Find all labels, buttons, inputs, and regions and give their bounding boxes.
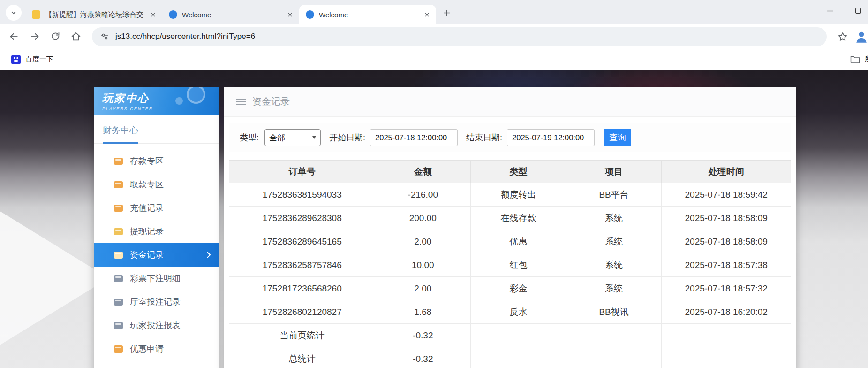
minimize-button[interactable] bbox=[824, 5, 836, 17]
tab-title: 【新提醒】海燕策略论坛综合交 bbox=[45, 10, 143, 19]
sidebar-item-lottery-bet-details[interactable]: 彩票下注明细 bbox=[94, 267, 219, 290]
profile-avatar[interactable] bbox=[854, 29, 868, 44]
bookmarks-right: 所 bbox=[845, 49, 868, 70]
start-date-input[interactable] bbox=[370, 129, 458, 146]
query-button[interactable]: 查询 bbox=[604, 129, 631, 146]
tab-close-icon[interactable] bbox=[148, 10, 158, 19]
hamburger-icon bbox=[236, 99, 246, 105]
table-cell: 反水 bbox=[471, 300, 566, 324]
bookmark-star-button[interactable] bbox=[833, 27, 852, 46]
funds-records-icon bbox=[114, 252, 123, 259]
table-cell: 2025-07-18 18:58:09 bbox=[662, 207, 791, 230]
url-bar[interactable]: js13.cc/hhcp/usercenter.html?iniType=6 bbox=[92, 27, 827, 46]
column-header: 金额 bbox=[375, 161, 471, 183]
browser-tab-1[interactable]: 【新提醒】海燕策略论坛综合交 bbox=[25, 5, 162, 24]
lottery-bet-details-icon bbox=[114, 275, 123, 282]
tab-close-icon[interactable] bbox=[422, 10, 431, 19]
sidebar-item-withdrawal-records[interactable]: 提现记录 bbox=[94, 220, 219, 243]
table-cell bbox=[662, 347, 791, 368]
home-button[interactable] bbox=[67, 27, 85, 46]
table-cell: 当前页统计 bbox=[229, 324, 375, 347]
table-cell: 2025-07-18 18:58:09 bbox=[662, 230, 791, 253]
table-cell: -216.00 bbox=[375, 183, 471, 207]
panel-header: 资金记录 bbox=[224, 87, 796, 117]
sidebar-item-label: 厅室投注记录 bbox=[130, 296, 181, 307]
refresh-button[interactable] bbox=[46, 27, 65, 46]
sidebar-item-deposit-zone[interactable]: 存款专区 bbox=[94, 149, 219, 173]
table-cell bbox=[566, 347, 662, 368]
person-icon bbox=[854, 30, 868, 44]
table-cell: 系统 bbox=[566, 230, 662, 253]
filter-bar: 类型: 全部 开始日期: 结束日期: 查询 bbox=[229, 123, 791, 152]
table-row: 17528268021208271.68反水BB视讯2025-07-18 16:… bbox=[229, 300, 791, 324]
table-body: 1752836381594033-216.00额度转出BB平台2025-07-1… bbox=[229, 183, 791, 368]
browser-tab-3[interactable]: Welcome bbox=[299, 5, 436, 24]
table-row: 17528362896451652.00优惠系统2025-07-18 18:58… bbox=[229, 230, 791, 253]
table-header-row: 订单号金额类型项目处理时间 bbox=[229, 161, 791, 183]
table-cell bbox=[471, 347, 566, 368]
table-cell: 2025-07-18 18:57:38 bbox=[662, 253, 791, 277]
table-cell: 1752836258757846 bbox=[229, 253, 375, 277]
end-date-input[interactable] bbox=[507, 129, 595, 146]
table-cell: 2025-07-18 18:59:42 bbox=[662, 183, 791, 207]
star-icon bbox=[837, 31, 848, 42]
sidebar-item-funds-records[interactable]: 资金记录 bbox=[94, 243, 219, 267]
table-cell: 总统计 bbox=[229, 347, 375, 368]
browser-tab-2[interactable]: Welcome bbox=[162, 5, 299, 24]
table-cell bbox=[471, 324, 566, 347]
tab-close-icon[interactable] bbox=[285, 10, 294, 19]
end-date-label: 结束日期: bbox=[466, 132, 502, 143]
type-label: 类型: bbox=[240, 132, 259, 143]
folder-icon[interactable] bbox=[850, 55, 860, 63]
table-cell: 优惠 bbox=[471, 230, 566, 253]
table-cell: 1752826802120827 bbox=[229, 300, 375, 324]
sidebar-item-player-bet-report[interactable]: 玩家投注报表 bbox=[94, 314, 219, 337]
sidebar-item-label: 充值记录 bbox=[130, 202, 164, 214]
page-title: 资金记录 bbox=[252, 95, 290, 108]
sidebar-item-promo-apply[interactable]: 优惠申请 bbox=[94, 337, 219, 360]
chevron-down-icon bbox=[10, 9, 17, 16]
back-button[interactable] bbox=[5, 27, 23, 46]
plus-icon bbox=[443, 9, 450, 16]
table-cell: 彩金 bbox=[471, 277, 566, 300]
bookmark-label: 百度一下 bbox=[25, 55, 53, 64]
table-cell: 2.00 bbox=[375, 230, 471, 253]
column-header: 订单号 bbox=[229, 161, 375, 183]
sidebar-item-recharge-records[interactable]: 充值记录 bbox=[94, 196, 219, 220]
bubble-decoration bbox=[175, 97, 183, 105]
sidebar-item-withdraw-zone[interactable]: 取款专区 bbox=[94, 173, 219, 196]
table-row: 1752836381594033-216.00额度转出BB平台2025-07-1… bbox=[229, 183, 791, 207]
hall-bet-records-icon bbox=[114, 299, 123, 306]
table-cell: -0.32 bbox=[375, 347, 471, 368]
sidebar: 玩家中心 PLAYERS CENTER 财务中心 存款专区 bbox=[94, 87, 219, 368]
tab-favicon bbox=[169, 10, 177, 19]
nav-bar: js13.cc/hhcp/usercenter.html?iniType=6 bbox=[0, 24, 868, 49]
tab-title: Welcome bbox=[319, 11, 417, 19]
table-cell: 1752836289628308 bbox=[229, 207, 375, 230]
page-background: 玩家中心 PLAYERS CENTER 财务中心 存款专区 bbox=[0, 70, 868, 368]
table-row: 175283625875784610.00红包系统2025-07-18 18:5… bbox=[229, 253, 791, 277]
home-icon bbox=[70, 31, 82, 43]
sidebar-item-label: 存款专区 bbox=[130, 155, 164, 167]
table-cell: 1752836381594033 bbox=[229, 183, 375, 207]
recharge-records-icon bbox=[114, 205, 123, 212]
table-cell: 2025-07-18 16:20:02 bbox=[662, 300, 791, 324]
type-select[interactable]: 全部 bbox=[264, 129, 321, 146]
deposit-zone-icon bbox=[114, 158, 123, 165]
sidebar-menu: 存款专区 取款专区 充值记录 bbox=[94, 144, 219, 360]
tab-search-button[interactable] bbox=[6, 5, 22, 21]
table-row: 17528172365682602.00彩金系统2025-07-18 18:57… bbox=[229, 277, 791, 300]
forward-button[interactable] bbox=[25, 27, 44, 46]
new-tab-button[interactable] bbox=[439, 5, 454, 20]
tab-favicon bbox=[32, 10, 40, 19]
maximize-button[interactable] bbox=[852, 5, 864, 17]
table-cell: 1752817236568260 bbox=[229, 277, 375, 300]
sidebar-item-hall-bet-records[interactable]: 厅室投注记录 bbox=[94, 290, 219, 314]
column-header: 项目 bbox=[566, 161, 662, 183]
bookmark-baidu[interactable]: 百度一下 bbox=[8, 53, 57, 66]
chevron-right-icon bbox=[206, 251, 211, 259]
table-cell: 1752836289645165 bbox=[229, 230, 375, 253]
records-table: 订单号金额类型项目处理时间 1752836381594033-216.00额度转… bbox=[229, 160, 791, 368]
table-cell: BB平台 bbox=[566, 183, 662, 207]
site-info-icon[interactable] bbox=[99, 31, 110, 42]
